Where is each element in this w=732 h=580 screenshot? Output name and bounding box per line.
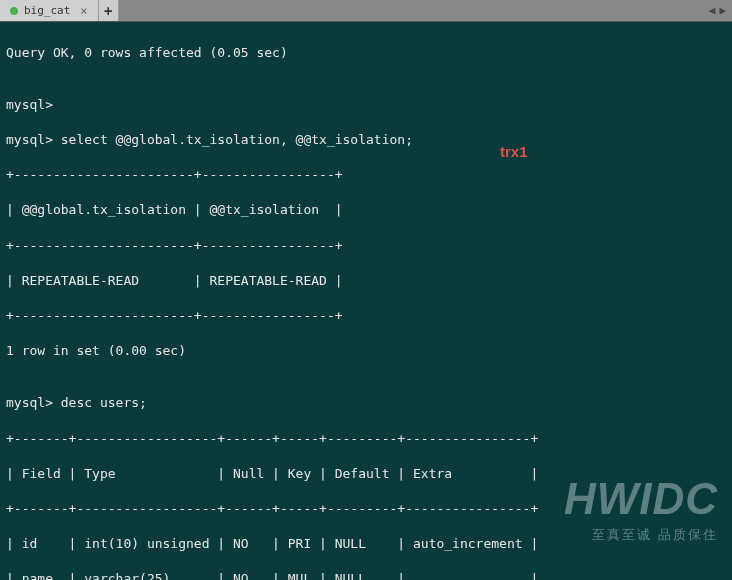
output-line: mysql> desc users; — [6, 394, 726, 412]
tab-title: big_cat — [24, 4, 70, 17]
tab-nav: ◀ ▶ — [703, 0, 732, 21]
output-line: +-----------------------+---------------… — [6, 237, 726, 255]
nav-right-icon[interactable]: ▶ — [719, 4, 726, 17]
output-line: +-------+------------------+------+-----… — [6, 500, 726, 518]
output-line: | REPEATABLE-READ | REPEATABLE-READ | — [6, 272, 726, 290]
output-line: | Field | Type | Null | Key | Default | … — [6, 465, 726, 483]
tab-bar: big_cat × + ◀ ▶ — [0, 0, 732, 22]
output-line: | id | int(10) unsigned | NO | PRI | NUL… — [6, 535, 726, 553]
output-line: mysql> select @@global.tx_isolation, @@t… — [6, 131, 726, 149]
output-line: +-------+------------------+------+-----… — [6, 430, 726, 448]
tab-spacer — [119, 0, 703, 21]
terminal-output[interactable]: Query OK, 0 rows affected (0.05 sec) mys… — [0, 22, 732, 580]
tab-active-dot-icon — [10, 7, 18, 15]
output-line: mysql> — [6, 96, 726, 114]
output-line: | name | varchar(25) | NO | MUL | NULL |… — [6, 570, 726, 580]
tab-big-cat[interactable]: big_cat × — [0, 0, 99, 21]
output-line: +-----------------------+---------------… — [6, 166, 726, 184]
plus-icon: + — [104, 3, 112, 19]
output-line: +-----------------------+---------------… — [6, 307, 726, 325]
output-line: Query OK, 0 rows affected (0.05 sec) — [6, 44, 726, 62]
output-line: 1 row in set (0.00 sec) — [6, 342, 726, 360]
nav-left-icon[interactable]: ◀ — [709, 4, 716, 17]
output-line: | @@global.tx_isolation | @@tx_isolation… — [6, 201, 726, 219]
close-icon[interactable]: × — [80, 4, 87, 18]
new-tab-button[interactable]: + — [99, 0, 119, 21]
trx1-label: trx1 — [500, 142, 528, 162]
